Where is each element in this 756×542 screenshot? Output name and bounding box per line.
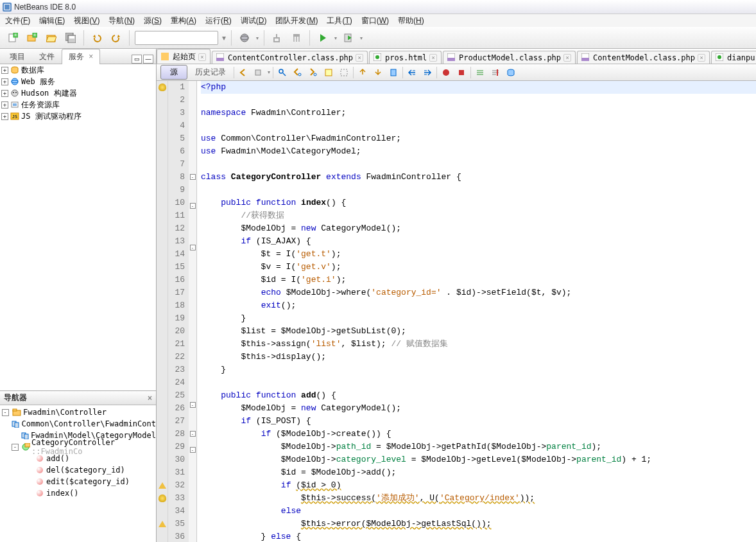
menu-item[interactable]: 源(S)	[140, 15, 166, 27]
menu-item[interactable]: 帮助(H)	[394, 15, 428, 27]
code-line[interactable]: $this->success('添加成功', U('Category/index…	[201, 492, 756, 505]
code-line[interactable]: $ModelObj = new CategoryModel();	[201, 402, 756, 415]
expand-icon[interactable]: +	[1, 113, 8, 120]
nav-node[interactable]: -CategoryController ::FwadminCo	[0, 441, 156, 453]
close-tab-button[interactable]: ×	[429, 54, 437, 62]
code-line[interactable]: echo $ModelObj->where('category_id=' . $…	[201, 286, 756, 299]
tree-node[interactable]: +JSJS 测试驱动程序	[0, 110, 156, 122]
code-line[interactable]: public function add() {	[201, 389, 756, 402]
shift-left-button[interactable]	[406, 66, 418, 79]
find-prev-button[interactable]	[291, 66, 304, 79]
code-line[interactable]: $t = I('get.t');	[201, 248, 756, 261]
new-file-button[interactable]: +	[5, 30, 21, 46]
find-next-button[interactable]	[307, 66, 320, 79]
code-line[interactable]: if (IS_AJAX) {	[201, 235, 756, 248]
tree-node[interactable]: +任务资源库	[0, 99, 156, 110]
file-tab[interactable]: dianpu.html×	[711, 51, 756, 64]
undo-button[interactable]	[89, 30, 105, 46]
find-selection-button[interactable]	[276, 66, 289, 79]
services-tree[interactable]: +数据库+Web 服务+Hudson 构建器+任务资源库+JSJS 测试驱动程序	[0, 64, 156, 390]
prev-bookmark-button[interactable]	[356, 66, 369, 79]
file-tab[interactable]: ProductModel.class.php×	[443, 51, 576, 64]
menu-item[interactable]: 工具(T)	[323, 15, 356, 27]
close-tab-button[interactable]: ×	[356, 54, 363, 62]
hint-bulb-icon[interactable]	[159, 83, 166, 91]
code-line[interactable]: if ($id > 0)	[201, 479, 756, 492]
hint-bulb-icon[interactable]	[159, 494, 166, 502]
menu-item[interactable]: 重构(A)	[167, 15, 200, 27]
code-line[interactable]	[201, 119, 756, 132]
code-line[interactable]: $id = $ModelObj->add();	[201, 466, 756, 479]
navigator-tree[interactable]: -Fwadmin\ControllerCommon\Controller\Fwa…	[0, 405, 156, 542]
file-tab[interactable]: ContentController.class.php×	[212, 51, 368, 64]
code-line[interactable]	[201, 184, 756, 197]
code-line[interactable]: use Common\Controller\FwadminController;	[201, 132, 756, 145]
stop-macro-button[interactable]	[455, 66, 468, 79]
file-tab[interactable]: 起始页×	[157, 49, 210, 64]
browser-button[interactable]	[237, 30, 252, 46]
code-line[interactable]	[201, 158, 756, 171]
menu-item[interactable]: 窗口(W)	[357, 15, 393, 27]
uncomment-button[interactable]	[489, 66, 502, 79]
comment-button[interactable]	[474, 66, 486, 79]
tab-file[interactable]: 文件	[32, 49, 62, 64]
fold-toggle[interactable]: -	[190, 431, 196, 437]
expand-icon[interactable]: +	[1, 67, 8, 74]
expand-icon[interactable]: -	[12, 444, 19, 451]
toggle-rect-button[interactable]	[338, 66, 350, 79]
code-line[interactable]: $id = I('get.i');	[201, 274, 756, 286]
code-line[interactable]	[201, 376, 756, 389]
run-button[interactable]	[315, 30, 331, 46]
save-all-button[interactable]	[63, 30, 78, 46]
history-view-button[interactable]: 历史记录	[190, 66, 231, 79]
restore-panel-button[interactable]: —	[143, 55, 153, 64]
close-tab-button[interactable]: ×	[198, 53, 206, 61]
code-line[interactable]: $ModelObj->category_level = $ModelObj->g…	[201, 453, 756, 466]
code-line[interactable]: $list = $ModelObj->getSubList(0);	[201, 325, 756, 338]
code-line[interactable]: $this->assign('list', $list); // 赋值数据集	[201, 338, 756, 351]
code-line[interactable]: if (IS_POST) {	[201, 415, 756, 428]
menu-item[interactable]: 编辑(E)	[35, 15, 69, 27]
code-line[interactable]: }	[201, 363, 756, 376]
warning-icon[interactable]	[159, 521, 166, 527]
nav-node[interactable]: edit($category_id)	[0, 476, 156, 487]
fold-toggle[interactable]: -	[190, 447, 196, 453]
nav-node[interactable]: Common\Controller\FwadminCont	[0, 418, 156, 430]
code-line[interactable]: $ModelObj = new CategoryModel();	[201, 222, 756, 235]
nav-node[interactable]: index()	[0, 487, 156, 499]
code-line[interactable]: class CategoryController extends Fwadmin…	[201, 171, 756, 184]
debug-button[interactable]	[341, 30, 356, 46]
open-button[interactable]	[44, 30, 59, 46]
nav-node[interactable]: -Fwadmin\Controller	[0, 406, 156, 418]
next-bookmark-button[interactable]	[372, 66, 384, 79]
code-editor[interactable]: 1234567891011121314151617181920212223242…	[157, 81, 756, 542]
start-macro-button[interactable]	[440, 66, 452, 79]
menu-item[interactable]: 调试(D)	[237, 15, 271, 27]
close-icon[interactable]: ×	[87, 52, 93, 61]
code-line[interactable]: }	[201, 312, 756, 325]
code-line[interactable]: namespace Fwadmin\Controller;	[201, 107, 756, 119]
code-line[interactable]: //获得数据	[201, 209, 756, 222]
build-button[interactable]	[270, 30, 285, 46]
menu-item[interactable]: 视图(V)	[70, 15, 103, 27]
fold-toggle[interactable]: -	[190, 203, 196, 209]
database-button[interactable]	[504, 66, 517, 79]
nav-node[interactable]: del($category_id)	[0, 464, 156, 476]
file-tab[interactable]: ContentModel.class.php×	[577, 51, 710, 64]
minimize-panel-button[interactable]: ▭	[132, 55, 142, 64]
toggle-bookmark-button[interactable]	[387, 66, 400, 79]
close-tab-button[interactable]: ×	[563, 54, 571, 62]
navigator-close-button[interactable]: ×	[148, 394, 152, 403]
expand-icon[interactable]: +	[1, 78, 8, 85]
code-line[interactable]: } else {	[201, 530, 756, 542]
file-tab[interactable]: pros.html×	[369, 51, 442, 64]
close-tab-button[interactable]: ×	[698, 54, 705, 62]
tree-node[interactable]: +Web 服务	[0, 76, 156, 87]
code-line[interactable]: $this->error($ModelObj->getLastSql());	[201, 518, 756, 530]
tree-node[interactable]: +Hudson 构建器	[0, 87, 156, 99]
expand-icon[interactable]: -	[2, 409, 9, 416]
config-dropdown[interactable]	[135, 31, 218, 45]
nav-back-button[interactable]	[237, 66, 250, 79]
expand-icon[interactable]: +	[1, 101, 8, 109]
menu-item[interactable]: 文件(F)	[1, 15, 34, 27]
